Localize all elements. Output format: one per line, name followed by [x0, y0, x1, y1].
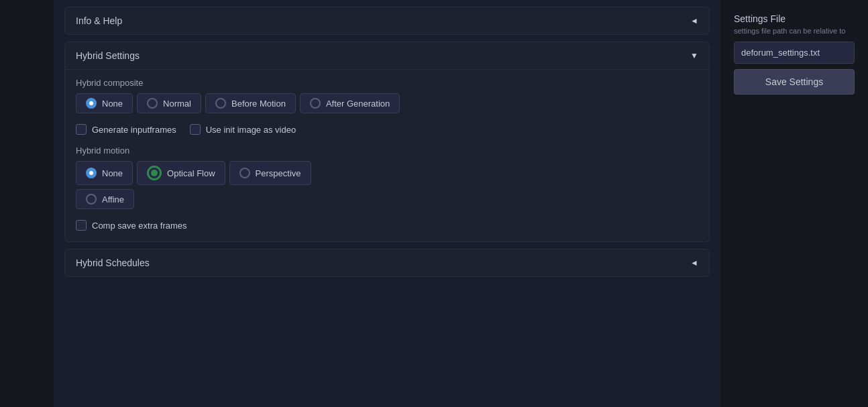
- generate-inputframes-label: Generate inputframes: [92, 125, 176, 135]
- info-help-section: Info & Help ◄: [64, 7, 710, 35]
- composite-after-generation-label: After Generation: [326, 99, 390, 109]
- hybrid-settings-arrow: ▼: [690, 51, 698, 60]
- composite-before-motion-option[interactable]: Before Motion: [205, 93, 296, 113]
- composite-before-motion-radio: [215, 98, 226, 109]
- motion-affine-label: Affine: [102, 194, 124, 205]
- generate-inputframes-checkbox: [76, 124, 87, 135]
- hybrid-motion-radio-group: None Optical Flow Perspective: [76, 161, 698, 185]
- motion-optical-flow-option[interactable]: Optical Flow: [137, 161, 225, 185]
- hybrid-settings-section: Hybrid Settings ▼ Hybrid composite None …: [64, 42, 710, 242]
- comp-save-checkbox: [76, 220, 87, 231]
- hybrid-schedules-arrow: ◄: [690, 258, 698, 268]
- comp-save-option[interactable]: Comp save extra frames: [76, 220, 698, 231]
- settings-file-desc: settings file path can be relative to: [734, 27, 855, 35]
- hybrid-settings-content: Hybrid composite None Normal Before Moti…: [65, 69, 709, 241]
- motion-none-option[interactable]: None: [76, 161, 133, 185]
- info-help-title: Info & Help: [76, 15, 122, 26]
- composite-before-motion-label: Before Motion: [231, 99, 286, 109]
- hybrid-schedules-header[interactable]: Hybrid Schedules ◄: [65, 249, 709, 276]
- composite-normal-radio: [147, 98, 158, 109]
- settings-file-label: Settings File: [734, 13, 855, 24]
- motion-none-label: None: [102, 168, 123, 178]
- generate-inputframes-option[interactable]: Generate inputframes: [76, 124, 176, 135]
- info-help-header[interactable]: Info & Help ◄: [65, 7, 709, 34]
- motion-affine-radio: [86, 194, 97, 205]
- hybrid-motion-field: Hybrid motion None Optical Flow Perspect…: [76, 146, 698, 209]
- use-init-image-checkbox: [190, 124, 201, 135]
- save-settings-button[interactable]: Save Settings: [734, 69, 855, 95]
- hybrid-schedules-title: Hybrid Schedules: [76, 257, 150, 268]
- motion-perspective-option[interactable]: Perspective: [229, 161, 311, 185]
- left-panel: [0, 0, 54, 407]
- composite-after-generation-radio: [310, 98, 321, 109]
- motion-perspective-label: Perspective: [256, 168, 301, 178]
- motion-optical-flow-radio: [147, 166, 162, 180]
- motion-none-radio: [86, 168, 97, 178]
- composite-normal-option[interactable]: Normal: [137, 93, 201, 113]
- comp-save-label: Comp save extra frames: [92, 221, 187, 231]
- composite-none-radio: [86, 98, 97, 109]
- use-init-image-option[interactable]: Use init image as video: [190, 124, 296, 135]
- hybrid-composite-field: Hybrid composite None Normal Before Moti…: [76, 78, 698, 113]
- composite-normal-label: Normal: [163, 99, 191, 109]
- composite-none-label: None: [102, 99, 123, 109]
- composite-none-option[interactable]: None: [76, 93, 133, 113]
- hybrid-motion-label: Hybrid motion: [76, 146, 698, 156]
- info-help-arrow: ◄: [690, 16, 698, 25]
- hybrid-settings-title: Hybrid Settings: [76, 50, 140, 61]
- hybrid-settings-header[interactable]: Hybrid Settings ▼: [65, 42, 709, 69]
- hybrid-composite-radio-group: None Normal Before Motion After Generati…: [76, 93, 698, 113]
- main-content: Info & Help ◄ Hybrid Settings ▼ Hybrid c…: [54, 0, 720, 407]
- settings-file-section: Settings File settings file path can be …: [727, 7, 861, 101]
- right-panel: Settings File settings file path can be …: [720, 0, 868, 407]
- hybrid-composite-label: Hybrid composite: [76, 78, 698, 88]
- hybrid-schedules-section: Hybrid Schedules ◄: [64, 249, 710, 277]
- composite-after-generation-option[interactable]: After Generation: [300, 93, 400, 113]
- checkbox-group: Generate inputframes Use init image as v…: [76, 124, 698, 135]
- settings-file-input[interactable]: [734, 42, 855, 64]
- hybrid-motion-radio-group-row2: Affine: [76, 189, 698, 209]
- use-init-image-label: Use init image as video: [206, 125, 296, 135]
- motion-optical-flow-label: Optical Flow: [167, 168, 215, 178]
- motion-affine-option[interactable]: Affine: [76, 189, 134, 209]
- motion-perspective-radio: [239, 168, 250, 178]
